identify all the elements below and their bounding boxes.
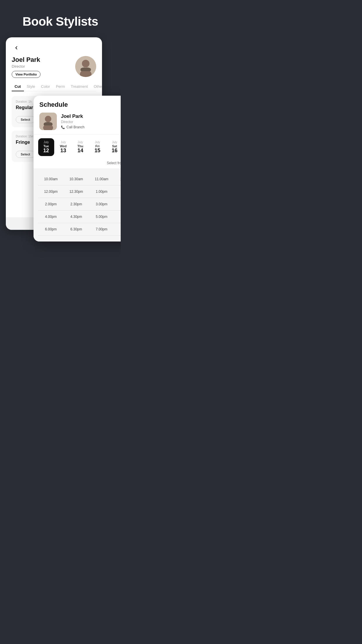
stylist-info-row: Joel Park Director View Portfolio xyxy=(12,56,96,78)
time-slot[interactable]: 10.30am xyxy=(64,173,89,186)
schedule-title: Schedule xyxy=(39,101,121,108)
time-slot[interactable]: 3.30pm xyxy=(114,198,121,211)
tab-perm[interactable]: Perm xyxy=(53,82,68,91)
call-branch-text[interactable]: Call Branch xyxy=(66,125,85,129)
date-item-thu14[interactable]: July Thu 14 xyxy=(72,138,88,156)
time-slot[interactable]: 5.00pm xyxy=(89,211,114,223)
page-title: Book Stylists xyxy=(9,15,112,29)
schedule-card: Schedule Joel Park Director 📞 Call xyxy=(34,96,121,242)
time-slot[interactable]: 12.30pm xyxy=(64,186,89,198)
date-row: July Tue 12 July Wed 13 July Thu 14 July… xyxy=(38,138,121,156)
time-slot[interactable]: 3.00pm xyxy=(89,198,114,211)
schedule-stylist-name: Joel Park xyxy=(61,113,121,119)
tab-color[interactable]: Color xyxy=(38,82,53,91)
time-slot[interactable]: 6.30pm xyxy=(64,223,89,236)
time-slot[interactable]: 2.00pm xyxy=(38,198,64,211)
schedule-avatar xyxy=(39,113,57,130)
cards-wrapper: Joel Park Director View Portfolio Cut St… xyxy=(0,37,121,265)
date-section: July Tue 12 July Wed 13 July Thu 14 July… xyxy=(34,135,121,158)
time-slot[interactable]: 6.00pm xyxy=(38,223,64,236)
date-item-wed13[interactable]: July Wed 13 xyxy=(55,138,71,156)
select-from-calendar-link[interactable]: Select from Calendar xyxy=(107,161,121,165)
tab-cut[interactable]: Cut xyxy=(12,82,24,91)
stylist-name-section: Joel Park Director View Portfolio xyxy=(12,56,41,78)
schedule-header: Schedule Joel Park Director 📞 Call xyxy=(34,96,121,134)
schedule-stylist-info: Joel Park Director 📞 Call Branch xyxy=(61,113,121,129)
calendar-link-row: Select from Calendar xyxy=(34,158,121,168)
svg-point-1 xyxy=(82,60,89,67)
time-slot[interactable]: 4.00pm xyxy=(38,211,64,223)
call-branch-row: 📞 Call Branch xyxy=(61,125,121,129)
time-slot[interactable]: 5.30pm xyxy=(114,211,121,223)
select-regular-button[interactable]: Select xyxy=(16,116,35,123)
time-grid: 10.00am 10.30am 11.00am 11.30am 12.00pm … xyxy=(38,173,121,236)
tab-treatment[interactable]: Treatment xyxy=(68,82,91,91)
time-slot[interactable]: 7.00pm xyxy=(89,223,114,236)
time-slot[interactable]: 1.30pm xyxy=(114,186,121,198)
time-slot xyxy=(114,223,121,236)
tab-others[interactable]: Others xyxy=(91,82,102,91)
time-slot[interactable]: 2.30pm xyxy=(64,198,89,211)
date-item-tue12[interactable]: July Tue 12 xyxy=(38,138,54,156)
schedule-stylist-row: Joel Park Director 📞 Call Branch xyxy=(39,113,121,130)
avatar xyxy=(75,56,96,77)
select-fringe-button[interactable]: Select xyxy=(16,151,35,158)
phone-icon: 📞 xyxy=(61,125,65,129)
service-tabs: Cut Style Color Perm Treatment Others xyxy=(12,82,96,91)
stylist-name: Joel Park xyxy=(12,56,41,64)
stylist-role: Director xyxy=(12,64,41,69)
svg-point-4 xyxy=(45,116,51,122)
time-slot[interactable]: 11.00am xyxy=(89,173,114,186)
time-slots-section: 10.00am 10.30am 11.00am 11.30am 12.00pm … xyxy=(34,168,121,242)
schedule-stylist-role: Director xyxy=(61,120,121,124)
time-slot[interactable]: 4.30pm xyxy=(64,211,89,223)
view-portfolio-button[interactable]: View Portfolio xyxy=(12,71,41,78)
time-slot[interactable]: 12.00pm xyxy=(38,186,64,198)
back-button[interactable] xyxy=(12,43,21,52)
page-header: Book Stylists xyxy=(0,0,121,37)
time-slot[interactable]: 10.00am xyxy=(38,173,64,186)
date-item-fri15[interactable]: July Fri 15 xyxy=(89,138,106,156)
time-slot[interactable]: 11.30am xyxy=(114,173,121,186)
date-item-sat16[interactable]: July Sat 16 xyxy=(107,138,121,156)
time-slot[interactable]: 1.00pm xyxy=(89,186,114,198)
tab-style[interactable]: Style xyxy=(24,82,38,91)
